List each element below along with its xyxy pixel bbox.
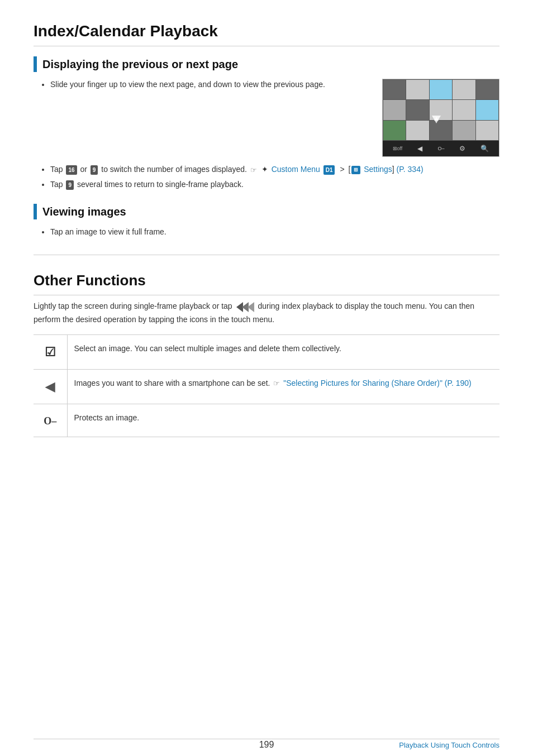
grid-cell [383,121,406,140]
section1-content: Slide your finger up to view the next pa… [34,79,499,157]
camera-screen-image: ⊠off ◀ O– ⚙ 🔍 [382,79,499,157]
other-functions-intro: Lightly tap the screen during single-fra… [34,300,499,326]
page-number: 199 [259,740,274,750]
grid-cell [453,100,475,119]
section2-bullets: Tap an image to view it full frame. [34,226,499,238]
other-functions-title: Other Functions [34,272,499,295]
grid-cell [430,121,452,140]
section1-text: Slide your finger up to view the next pa… [34,79,371,96]
divider [34,255,499,255]
grid-cell [406,121,429,140]
grid-cell [476,121,498,140]
camera-bottom-bar: ⊠off ◀ O– ⚙ 🔍 [383,141,499,156]
functions-table: ☑ Select an image. You can select multip… [34,334,499,437]
share-icon: ◀ [45,380,55,394]
table-row: ◀ Images you want to share with a smartp… [34,369,499,404]
image-grid [383,79,499,141]
cam-icon-gear: ⚙ [459,145,465,152]
text-cell-share: Images you want to share with a smartpho… [67,369,499,404]
ref-icon-share: ☞ [273,378,280,389]
icon-9b: 9 [66,180,74,190]
grid-cell [453,80,475,99]
table-row: ☑ Select an image. You can select multip… [34,334,499,369]
settings-icon: ⊞ [351,166,360,175]
share-link[interactable]: "Selecting Pictures for Sharing (Share O… [283,379,472,387]
bullet-tap-image: Tap an image to view it full frame. [50,226,499,238]
protect-icon: O– [44,415,56,427]
bullet-tap-return: Tap 9 several times to return to single-… [50,179,499,190]
grid-cell [383,80,406,99]
section1-header: Displaying the previous or next page [34,56,499,72]
cam-icon-off: ⊠off [393,146,403,151]
section2-header: Viewing images [34,204,499,219]
settings-link[interactable]: ⊞ Settings [350,165,392,174]
table-row: O– Protects an image. [34,404,499,437]
icon-9: 9 [91,165,98,175]
grid-cell [476,80,498,99]
cam-icon-photo: 🔍 [480,145,489,152]
page-footer: 199 Playback Using Touch Controls [34,739,499,745]
grid-cell [383,100,406,119]
page-ref-334: (P. 334) [397,165,423,174]
text-cell-select: Select an image. You can select multiple… [67,334,499,369]
icon-cell-share: ◀ [34,369,67,404]
footer-chapter: Playback Using Touch Controls [399,741,499,749]
grid-cell [430,80,452,99]
cam-icon-arrow: ◀ [417,145,422,152]
section1-bar [34,56,37,72]
ref-icon: ☞ [250,165,257,176]
icon-cell-protect: O– [34,404,67,437]
bullet-slide: Slide your finger up to view the next pa… [50,79,371,90]
bullet-tap-switch: Tap 16 or 9 to switch the number of imag… [50,164,499,175]
section2-title: Viewing images [42,205,126,218]
touch-arrow-icon [236,300,254,313]
icon-cell-check: ☑ [34,334,67,369]
grid-cell [406,80,429,99]
section1-bullets2: Tap 16 or 9 to switch the number of imag… [34,164,499,190]
section1-title: Displaying the previous or next page [42,58,238,71]
grid-cell [406,100,429,119]
section2-bar [34,204,37,219]
grid-cell [476,100,498,119]
grid-cell [453,121,475,140]
page-title: Index/Calendar Playback [34,22,499,46]
cam-icon-on: O– [437,146,444,151]
arrow-down-icon [432,116,441,123]
icon-d1: D1 [323,165,335,175]
check-icon: ☑ [45,345,56,359]
icon-16: 16 [66,165,77,175]
chapter-link[interactable]: Playback Using Touch Controls [399,741,499,749]
custom-menu-link[interactable]: Custom Menu [272,165,320,174]
text-cell-protect: Protects an image. [67,404,499,437]
section1-bullets: Slide your finger up to view the next pa… [34,79,371,90]
